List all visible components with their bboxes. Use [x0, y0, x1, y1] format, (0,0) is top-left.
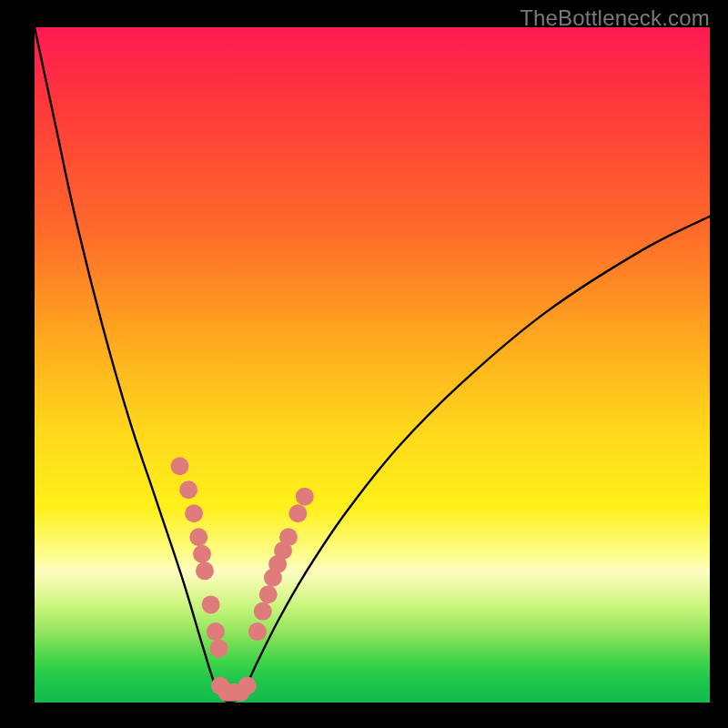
highlight-dot	[254, 602, 272, 621]
highlight-dot	[207, 622, 225, 641]
watermark-text: TheBottleneck.com	[520, 5, 710, 31]
highlight-dot	[196, 561, 214, 580]
highlight-dot	[296, 488, 314, 506]
highlight-dot	[259, 585, 278, 603]
highlight-dot	[189, 528, 207, 546]
highlight-dot	[288, 504, 307, 522]
highlight-dot	[185, 504, 203, 522]
highlight-dot	[179, 480, 197, 499]
highlight-dot	[238, 676, 257, 694]
highlight-dot	[279, 528, 298, 546]
highlight-dot	[248, 622, 267, 641]
highlight-dots-group	[171, 457, 314, 702]
highlight-dot	[171, 457, 189, 475]
chart-frame: TheBottleneck.com	[0, 0, 728, 728]
bottleneck-curve	[35, 27, 710, 703]
highlight-dot	[193, 545, 211, 563]
chart-overlay	[35, 27, 710, 703]
highlight-dot	[202, 595, 220, 613]
plot-area	[35, 27, 710, 703]
highlight-dot	[210, 640, 228, 658]
